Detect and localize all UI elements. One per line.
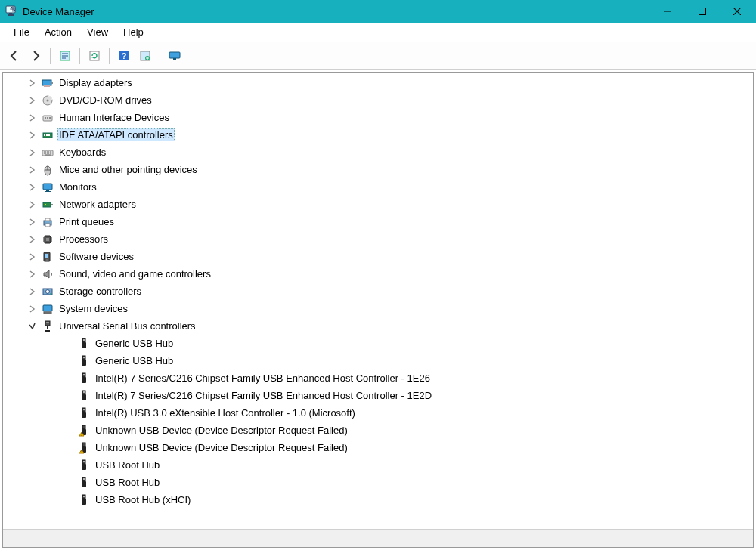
- tree-item-label: DVD/CD-ROM drives: [57, 94, 153, 107]
- tree-item[interactable]: Sound, video and game controllers: [3, 265, 753, 283]
- toolbar-separator: [160, 48, 160, 64]
- back-button[interactable]: [5, 46, 24, 66]
- tree-item[interactable]: Human Interface Devices: [3, 109, 753, 126]
- tree-item[interactable]: Processors: [3, 230, 753, 248]
- processor-icon: [41, 233, 54, 246]
- tree-item[interactable]: USB Root Hub: [3, 474, 753, 491]
- chevron-right-icon[interactable]: [26, 216, 38, 228]
- tree-item[interactable]: Universal Serial Bus controllers: [3, 317, 753, 335]
- chevron-right-icon[interactable]: [26, 286, 38, 298]
- tree-item[interactable]: Keyboards: [3, 144, 753, 161]
- forward-button[interactable]: [26, 46, 45, 66]
- menu-action[interactable]: Action: [37, 24, 79, 40]
- hid-icon: [41, 112, 54, 124]
- tree-item[interactable]: Mice and other pointing devices: [3, 161, 753, 178]
- tree-item-label: Universal Serial Bus controllers: [57, 320, 197, 332]
- maximize-button[interactable]: [685, 0, 720, 23]
- chevron-right-icon[interactable]: [26, 268, 38, 280]
- usb-device-icon: [77, 338, 91, 350]
- tree-item[interactable]: Unknown USB Device (Device Descriptor Re…: [3, 422, 753, 439]
- tree-item[interactable]: Display adapters: [3, 74, 753, 91]
- printer-icon: [41, 216, 54, 228]
- chevron-right-icon[interactable]: [26, 129, 38, 141]
- ide-controller-icon: [41, 129, 54, 141]
- mouse-icon: [41, 164, 54, 176]
- usb-device-icon: [77, 372, 91, 385]
- tree-item-label: USB Root Hub (xHCI): [94, 493, 192, 506]
- chevron-right-icon[interactable]: [26, 303, 38, 315]
- svg-rect-6: [90, 51, 99, 60]
- usb-controller-icon: [41, 320, 54, 332]
- properties-button[interactable]: [55, 46, 75, 66]
- usb-device-icon: [77, 355, 91, 367]
- tree-item[interactable]: Intel(R) 7 Series/C216 Chipset Family US…: [3, 387, 753, 404]
- arrow-left-icon: [8, 50, 20, 62]
- toolbar-separator: [79, 48, 80, 64]
- tree-item-label: Keyboards: [57, 146, 107, 159]
- tree-item[interactable]: Intel(R) USB 3.0 eXtensible Host Control…: [3, 404, 753, 422]
- menu-file[interactable]: File: [6, 24, 37, 40]
- minimize-button[interactable]: [650, 0, 685, 23]
- tree-item[interactable]: Generic USB Hub: [3, 352, 753, 369]
- menubar: File Action View Help: [0, 23, 756, 42]
- software-device-icon: [41, 251, 54, 263]
- tree-item-label: Unknown USB Device (Device Descriptor Re…: [94, 424, 349, 437]
- tree-item[interactable]: Network adapters: [3, 196, 753, 213]
- menu-view[interactable]: View: [79, 24, 116, 40]
- chevron-right-icon[interactable]: [26, 233, 38, 246]
- device-tree[interactable]: Display adaptersDVD/CD-ROM drivesHuman I…: [3, 73, 753, 529]
- tree-item-label: Display adapters: [57, 76, 134, 89]
- display-adapter-icon: [41, 77, 54, 89]
- content-frame: Display adaptersDVD/CD-ROM drivesHuman I…: [2, 72, 754, 548]
- tree-item[interactable]: Print queues: [3, 213, 753, 230]
- tree-item[interactable]: System devices: [3, 300, 753, 317]
- tree-item-label: Monitors: [57, 181, 98, 193]
- tree-item-label: Storage controllers: [57, 285, 143, 298]
- titlebar: Device Manager: [0, 0, 756, 23]
- tree-item[interactable]: DVD/CD-ROM drives: [3, 91, 753, 109]
- chevron-right-icon[interactable]: [26, 147, 38, 159]
- tree-item-label: Mice and other pointing devices: [57, 163, 199, 176]
- tree-item-label: Network adapters: [57, 198, 138, 211]
- tree-item[interactable]: USB Root Hub: [3, 456, 753, 474]
- close-icon: [733, 8, 741, 15]
- svg-rect-12: [173, 58, 176, 60]
- tree-item-label: Processors: [57, 233, 110, 246]
- help-icon: ?: [118, 50, 130, 62]
- help-button[interactable]: ?: [114, 46, 134, 66]
- chevron-right-icon[interactable]: [26, 181, 38, 193]
- show-hidden-button[interactable]: [165, 46, 184, 66]
- audio-icon: [41, 268, 54, 280]
- chevron-right-icon[interactable]: [26, 251, 38, 263]
- usb-device-warning-icon: [77, 442, 91, 454]
- svg-rect-11: [169, 52, 180, 58]
- tree-item[interactable]: Storage controllers: [3, 283, 753, 300]
- refresh-button[interactable]: [85, 46, 104, 66]
- svg-text:?: ?: [122, 51, 127, 60]
- svg-rect-4: [699, 8, 706, 15]
- tree-item[interactable]: Generic USB Hub: [3, 335, 753, 352]
- close-button[interactable]: [720, 0, 754, 23]
- action-button[interactable]: [135, 46, 155, 66]
- usb-device-icon: [77, 459, 91, 471]
- chevron-right-icon[interactable]: [26, 94, 38, 107]
- chevron-right-icon[interactable]: [26, 164, 38, 176]
- svg-rect-2: [8, 14, 14, 16]
- usb-device-warning-icon: [77, 425, 91, 437]
- tree-item-label: IDE ATA/ATAPI controllers: [57, 128, 175, 141]
- tree-item[interactable]: Software devices: [3, 248, 753, 265]
- toolbar-separator: [50, 48, 51, 64]
- tree-item-label: Software devices: [57, 250, 135, 263]
- tree-item[interactable]: Monitors: [3, 178, 753, 196]
- chevron-right-icon[interactable]: [26, 199, 38, 211]
- tree-item[interactable]: Unknown USB Device (Device Descriptor Re…: [3, 439, 753, 456]
- tree-item-label: Unknown USB Device (Device Descriptor Re…: [94, 441, 349, 454]
- chevron-right-icon[interactable]: [26, 77, 38, 89]
- usb-device-icon: [77, 390, 91, 402]
- menu-help[interactable]: Help: [116, 24, 151, 40]
- tree-item[interactable]: USB Root Hub (xHCI): [3, 491, 753, 508]
- chevron-down-icon[interactable]: [26, 320, 38, 332]
- tree-item[interactable]: IDE ATA/ATAPI controllers: [3, 126, 753, 144]
- tree-item[interactable]: Intel(R) 7 Series/C216 Chipset Family US…: [3, 369, 753, 387]
- chevron-right-icon[interactable]: [26, 112, 38, 124]
